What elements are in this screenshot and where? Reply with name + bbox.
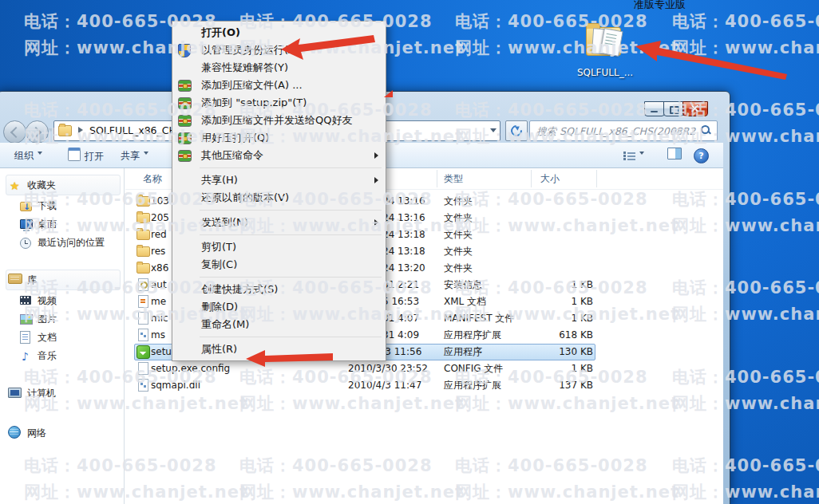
dll-icon	[138, 329, 148, 341]
back-arrow-icon	[10, 127, 22, 138]
magnifier-icon	[701, 125, 710, 135]
sidebar-item-label: 图片	[38, 313, 57, 325]
sidebar-item-文档[interactable]: 文档	[0, 329, 124, 347]
preview-pane-button[interactable]	[667, 148, 682, 163]
minimize-button[interactable]	[644, 101, 665, 116]
organize-button[interactable]: 组织	[14, 148, 42, 163]
sidebar-item-label: 音乐	[38, 350, 57, 361]
file-type: 应用程序扩展	[444, 377, 501, 394]
menu-item[interactable]: 发送到(N)	[172, 214, 386, 231]
menu-item-label: 还原以前的版本(V)	[201, 191, 289, 203]
sidebar-item-label: 文档	[38, 332, 57, 343]
views-button[interactable]	[623, 148, 644, 163]
menu-item-label: 添加到 "setup.zip"(T)	[201, 96, 307, 108]
search-box[interactable]	[529, 120, 718, 141]
table-row[interactable]: setup.exe.config2010/3/30 23:52CONFIG 文件…	[125, 360, 723, 377]
help-icon: ?	[694, 148, 709, 163]
sidebar-item-视频[interactable]: 视频	[0, 292, 124, 310]
haozip-icon	[178, 97, 192, 109]
sidebar-item-最近访问的位置[interactable]: 最近访问的位置	[0, 234, 124, 252]
desktop-icon	[20, 219, 33, 229]
file-name: aut	[151, 277, 167, 293]
dropdown-arrow-icon	[38, 152, 42, 157]
library-icon	[8, 274, 22, 284]
context-menu: 打开(O)以管理员身份运行(A)兼容性疑难解答(Y)添加到压缩文件(A) ...…	[172, 21, 386, 361]
sidebar-item-label: 网络	[27, 427, 46, 439]
back-button[interactable]	[3, 120, 26, 144]
breadcrumb-arrow-icon[interactable]	[78, 127, 83, 133]
sidebar-item-下载[interactable]: 下载	[0, 197, 124, 215]
menu-item-label: 创建快捷方式(S)	[201, 283, 278, 295]
sidebar-item-计算机[interactable]: 计算机	[6, 383, 121, 404]
maximize-button[interactable]	[663, 101, 684, 116]
breadcrumb-path[interactable]: SQLFULL_x86_CHS	[89, 124, 183, 136]
file-name: sqmapi.dll	[151, 377, 200, 394]
menu-item-label: 打开(O)	[201, 26, 240, 38]
menu-item[interactable]: 重命名(M)	[172, 316, 386, 333]
sidebar-item-音乐[interactable]: 音乐	[0, 347, 124, 365]
menu-separator	[200, 234, 382, 235]
table-row[interactable]: sqmapi.dll2010/4/3 11:47应用程序扩展137 KB	[125, 377, 723, 394]
open-button[interactable]: 打开	[68, 148, 104, 163]
file-date: 24 13:16	[382, 193, 425, 210]
file-size: 1 KB	[508, 310, 593, 327]
refresh-button[interactable]	[505, 120, 528, 141]
menu-item[interactable]: 兼容性疑难解答(Y)	[172, 59, 386, 77]
file-date: 5 16:53	[382, 293, 419, 310]
submenu-arrow-icon	[374, 177, 378, 183]
menu-item-label: 用好压打开(Q)	[201, 132, 269, 144]
computer-icon	[8, 388, 22, 398]
search-input[interactable]	[535, 122, 698, 140]
menu-item[interactable]: 剪切(T)	[172, 238, 386, 256]
file-date: 2010/3/30 23:52	[348, 360, 428, 377]
setupinfo-icon	[138, 278, 148, 291]
menu-item-label: 剪切(T)	[201, 241, 236, 253]
menu-item[interactable]: 添加到压缩文件并发送给QQ好友	[172, 112, 386, 129]
menu-separator	[200, 210, 382, 211]
sidebar-item-收藏夹[interactable]: 收藏夹	[6, 175, 121, 195]
menu-item[interactable]: 用好压打开(Q)	[172, 129, 386, 147]
desktop-folder-sqlfull[interactable]: SQLFULL_...	[576, 22, 634, 85]
menu-item[interactable]: 删除(D)	[172, 298, 386, 316]
menu-item[interactable]: 创建快捷方式(S)	[172, 281, 386, 298]
menu-item-label: 以管理员身份运行(A)	[201, 44, 299, 56]
file-type: XML 文档	[444, 293, 486, 310]
column-separator	[531, 170, 532, 187]
sidebar-item-库[interactable]: 库	[6, 270, 121, 290]
menu-item[interactable]: 还原以前的版本(V)	[172, 189, 386, 207]
minimize-icon	[651, 111, 658, 112]
menu-item[interactable]: 添加到 "setup.zip"(T)	[172, 94, 386, 112]
menu-item[interactable]: 共享(H)	[172, 171, 386, 189]
menu-item[interactable]: 打开(O)	[172, 24, 386, 41]
sidebar-item-网络[interactable]: 网络	[6, 423, 121, 443]
file-date: 31 4:07	[382, 310, 419, 327]
menu-item[interactable]: 属性(R)	[172, 341, 386, 358]
file-date: 24 13:18	[382, 226, 425, 243]
column-header-size[interactable]: 大小	[540, 172, 560, 186]
sidebar-item-桌面[interactable]: 桌面	[0, 215, 124, 234]
menu-item[interactable]: 其他压缩命令	[172, 147, 386, 164]
file-name: res	[151, 243, 165, 260]
help-button[interactable]: ?	[694, 148, 709, 163]
file-type: 文件夹	[444, 243, 473, 260]
sidebar-item-图片[interactable]: 图片	[0, 310, 124, 329]
menu-item[interactable]: 添加到压缩文件(A) ...	[172, 77, 386, 94]
file-type: 文件夹	[444, 193, 473, 210]
forward-button[interactable]	[26, 120, 49, 144]
file-date: 31 4:09	[382, 327, 419, 344]
column-header-type[interactable]: 类型	[444, 172, 463, 186]
download-icon	[20, 202, 32, 211]
file-type: 文件夹	[444, 226, 473, 243]
sidebar-gap	[0, 365, 124, 383]
menu-item[interactable]: 以管理员身份运行(A)	[172, 41, 386, 59]
share-button[interactable]: 共享	[121, 148, 148, 163]
file-size: 618 KB	[508, 327, 593, 344]
folder-icon	[136, 196, 150, 207]
file-size: 1 KB	[508, 293, 593, 310]
address-dropdown-icon[interactable]	[490, 128, 497, 136]
close-button[interactable]	[682, 101, 708, 116]
column-header-name[interactable]: 名称	[143, 172, 162, 186]
red-arrow-desktop-folder	[635, 41, 787, 80]
menu-item[interactable]: 复制(C)	[172, 256, 386, 274]
haozip-icon	[178, 150, 192, 162]
